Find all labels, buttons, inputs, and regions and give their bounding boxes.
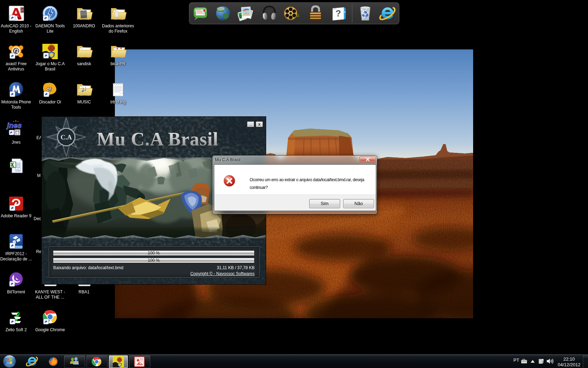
svg-text:?: ? <box>335 8 341 19</box>
svg-text:Mu C.A Brasil: Mu C.A Brasil <box>97 129 219 150</box>
svg-text:oi: oi <box>47 86 51 92</box>
svg-text:10: 10 <box>20 9 24 13</box>
svg-text:C.A: C.A <box>61 134 72 141</box>
svg-text:jnes: jnes <box>6 121 22 129</box>
